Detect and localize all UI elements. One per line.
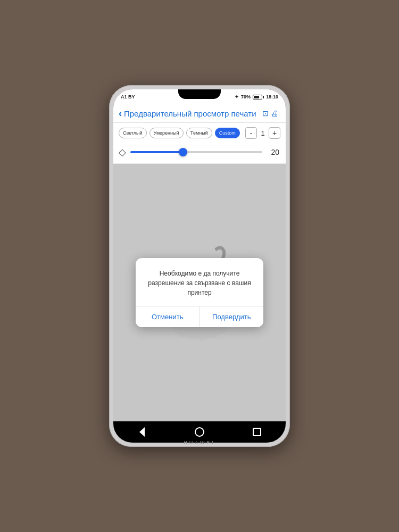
ink-slider-track[interactable] (130, 151, 262, 153)
dialog-buttons: Отменить Подвердить (136, 306, 263, 327)
permission-dialog: Необходимо е да получите разрешение за с… (136, 258, 263, 327)
ink-drop-icon: ◇ (119, 146, 126, 158)
bluetooth-icon: ✦ (235, 94, 239, 99)
recents-square-icon (253, 428, 261, 436)
ink-slider-row: ◇ 20 (113, 143, 286, 164)
carrier-signal: A1 BY (121, 94, 135, 99)
print-icon[interactable]: 🖨 (271, 109, 278, 118)
preset-light-button[interactable]: Светлый (119, 128, 147, 139)
preset-custom-button[interactable]: Custom (215, 128, 240, 139)
increment-button[interactable]: + (269, 127, 280, 139)
time: 18:10 (266, 94, 278, 99)
home-circle-icon (195, 427, 204, 437)
toolbar: Светлый Умеренный Тёмный Custom - 1 + (113, 123, 286, 143)
scan-icon[interactable]: ⊡ (262, 109, 269, 118)
phone-frame: A1 BY ✦ 70% 18:10 ‹ Предварительный пр (109, 85, 290, 447)
confirm-button[interactable]: Подвердить (200, 306, 264, 327)
cancel-button[interactable]: Отменить (136, 306, 200, 327)
back-button[interactable]: ‹ (119, 109, 122, 118)
slider-fill (130, 151, 183, 153)
brand-label: HUAWEI (113, 438, 286, 447)
nav-home-button[interactable] (190, 425, 209, 439)
decrement-button[interactable]: - (245, 127, 257, 139)
screen-content: A1 BY ✦ 70% 18:10 ‹ Предварительный пр (113, 89, 286, 443)
app-header: ‹ Предварительный просмотр печати ⊡ 🖨 (113, 104, 286, 123)
slider-value: 20 (267, 148, 279, 156)
copy-counter: - 1 + (245, 127, 280, 139)
status-right: ✦ 70% 18:10 (235, 94, 278, 99)
phone-screen: A1 BY ✦ 70% 18:10 ‹ Предварительный пр (113, 89, 286, 443)
page-title: Предварительный просмотр печати (124, 109, 260, 118)
status-bar: A1 BY ✦ 70% 18:10 (113, 89, 286, 104)
counter-value: 1 (259, 129, 267, 137)
battery-icon (253, 95, 264, 99)
preview-area: Необходимо е да получите разрешение за с… (113, 164, 286, 421)
nav-back-button[interactable] (132, 425, 152, 439)
preset-dark-button[interactable]: Тёмный (186, 128, 212, 139)
preset-moderate-button[interactable]: Умеренный (149, 128, 184, 139)
nav-recents-button[interactable] (247, 425, 267, 439)
notch (178, 89, 221, 99)
slider-thumb[interactable] (179, 148, 187, 156)
dialog-message: Необходимо е да получите разрешение за с… (136, 258, 263, 306)
battery-percent: 70% (241, 94, 251, 99)
dialog-overlay: Необходимо е да получите разрешение за с… (113, 164, 286, 421)
back-triangle-icon (139, 427, 145, 437)
